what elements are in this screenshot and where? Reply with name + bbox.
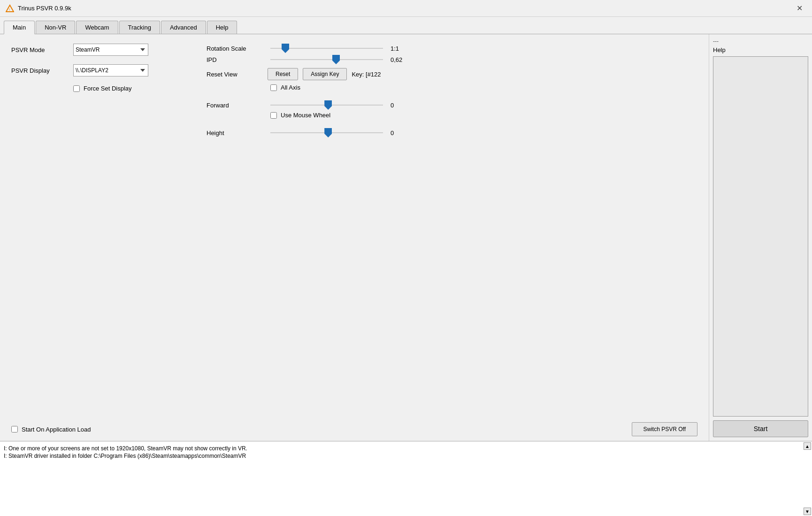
- rotation-scale-track: [270, 44, 383, 53]
- ipd-value: 0,62: [391, 56, 414, 63]
- assign-key-button[interactable]: Assign Key: [303, 68, 347, 80]
- scroll-down-button[interactable]: ▼: [804, 508, 811, 515]
- tab-advanced[interactable]: Advanced: [161, 21, 206, 34]
- forward-label: Forward: [207, 102, 263, 109]
- title-bar: ! Trinus PSVR 0.9.9k ✕: [0, 0, 812, 17]
- reset-view-label: Reset View: [207, 71, 263, 78]
- start-button[interactable]: Start: [713, 420, 808, 437]
- key-text: Key: [#122: [352, 71, 381, 78]
- rotation-scale-row: Rotation Scale 1:1: [207, 44, 709, 53]
- main-container: Main Non-VR Webcam Tracking Advanced Hel…: [0, 17, 812, 516]
- forward-value: 0: [391, 102, 414, 109]
- app-icon: !: [6, 4, 14, 13]
- psvr-mode-select[interactable]: SteamVR Normal: [73, 44, 148, 56]
- content-area: PSVR Mode SteamVR Normal PSVR Display \\…: [0, 34, 812, 441]
- side-panel: --- Help Start: [709, 34, 812, 441]
- use-mouse-wheel-checkbox[interactable]: [270, 112, 277, 119]
- reset-button[interactable]: Reset: [268, 68, 298, 80]
- bottom-row: Start On Application Load Switch PSVR Of…: [0, 417, 709, 441]
- top-content: PSVR Mode SteamVR Normal PSVR Display \\…: [0, 34, 709, 417]
- height-row: Height 0: [207, 128, 709, 137]
- start-on-load-checkbox[interactable]: [11, 426, 18, 433]
- tab-help[interactable]: Help: [207, 21, 237, 34]
- forward-row: Forward 0: [207, 100, 709, 110]
- tabs-bar: Main Non-VR Webcam Tracking Advanced Hel…: [0, 17, 812, 34]
- side-top-label: ---: [713, 38, 808, 45]
- two-panels: PSVR Mode SteamVR Normal PSVR Display \\…: [0, 34, 812, 441]
- log-area: I: One or more of your screens are not s…: [0, 441, 812, 516]
- help-label: Help: [713, 46, 808, 53]
- help-box: [713, 56, 808, 417]
- use-mouse-wheel-row: Use Mouse Wheel: [270, 112, 709, 119]
- force-set-display-label: Force Set Display: [84, 85, 132, 92]
- ipd-row: IPD 0,62: [207, 55, 709, 64]
- forward-track: [270, 100, 383, 110]
- use-mouse-wheel-label: Use Mouse Wheel: [281, 112, 330, 119]
- tab-main[interactable]: Main: [4, 21, 35, 34]
- start-on-load-label: Start On Application Load: [22, 426, 91, 433]
- force-set-display-row: Force Set Display: [73, 85, 195, 92]
- tab-tracking[interactable]: Tracking: [119, 21, 160, 34]
- switch-psvr-off-button[interactable]: Switch PSVR Off: [632, 422, 697, 436]
- ipd-track: [270, 55, 383, 64]
- all-axis-row: All Axis: [270, 84, 709, 91]
- reset-view-row: Reset View Reset Assign Key Key: [#122: [207, 68, 709, 80]
- psvr-mode-row: PSVR Mode SteamVR Normal: [11, 44, 195, 56]
- ipd-label: IPD: [207, 56, 263, 63]
- rotation-scale-value: 1:1: [391, 45, 414, 52]
- close-button[interactable]: ✕: [793, 2, 806, 15]
- title-bar-left: ! Trinus PSVR 0.9.9k: [6, 4, 71, 13]
- rotation-scale-label: Rotation Scale: [207, 45, 263, 52]
- height-track: [270, 128, 383, 137]
- psvr-display-select[interactable]: \\.\DISPLAY2: [73, 64, 148, 76]
- height-label: Height: [207, 129, 263, 137]
- log-line-2: I: SteamVR driver installed in folder C:…: [4, 453, 808, 459]
- all-axis-label: All Axis: [281, 84, 300, 91]
- svg-text:!: !: [9, 8, 10, 12]
- force-set-display-checkbox[interactable]: [73, 85, 80, 92]
- height-value: 0: [391, 129, 414, 137]
- all-axis-checkbox[interactable]: [270, 84, 277, 91]
- tab-webcam[interactable]: Webcam: [76, 21, 118, 34]
- center-panel: Rotation Scale 1:1 IPD: [207, 34, 709, 417]
- psvr-display-row: PSVR Display \\.\DISPLAY2: [11, 64, 195, 76]
- psvr-mode-label: PSVR Mode: [11, 46, 68, 53]
- tab-non-vr[interactable]: Non-VR: [36, 21, 75, 34]
- left-panel: PSVR Mode SteamVR Normal PSVR Display \\…: [0, 34, 207, 417]
- start-on-load-row: Start On Application Load: [11, 426, 91, 433]
- scroll-up-button[interactable]: ▲: [804, 442, 811, 450]
- window-title: Trinus PSVR 0.9.9k: [18, 5, 71, 12]
- psvr-display-label: PSVR Display: [11, 67, 68, 74]
- log-line-1: I: One or more of your screens are not s…: [4, 445, 808, 452]
